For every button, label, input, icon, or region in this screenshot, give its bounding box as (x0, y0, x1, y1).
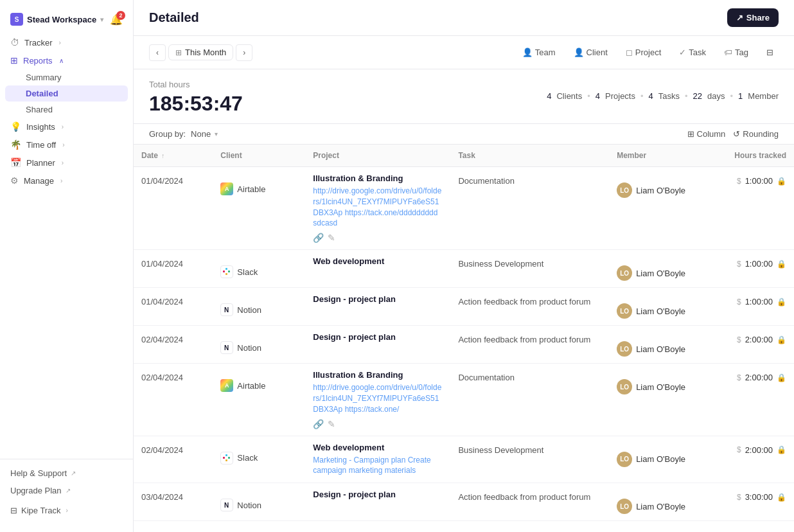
svg-rect-0 (223, 270, 225, 272)
client-name: Airtable (237, 381, 265, 391)
help-support-link[interactable]: Help & Support ↗ (0, 465, 133, 482)
edit-icon[interactable]: ✎ (328, 233, 335, 243)
table-row[interactable]: 02/04/2024 N Notion Design - project pla… (134, 326, 794, 364)
bottom-workspace-name: Kipe Track (21, 506, 60, 515)
lock-icon: 🔒 (777, 177, 786, 186)
svg-rect-10 (228, 457, 230, 459)
task-header-label: Task (458, 151, 475, 160)
notification-bell[interactable]: 🔔 2 (110, 13, 123, 26)
rounding-button[interactable]: ↺ Rounding (733, 129, 779, 139)
notification-badge: 2 (116, 11, 125, 20)
group-by-value: None (191, 129, 211, 139)
date-cell: 02/04/2024 (134, 436, 213, 483)
clients-label: Clients (556, 91, 582, 101)
sidebar-item-reports[interactable]: ⊞ Reports ∧ (0, 51, 133, 69)
rounding-label: Rounding (743, 129, 779, 139)
project-link[interactable]: http://drive.google.com/drive/u/0/folder… (313, 186, 443, 229)
sidebar-item-timeoff[interactable]: 🌴 Time off › (0, 136, 133, 154)
calendar-icon: ⊞ (175, 48, 182, 57)
svg-text:N: N (224, 344, 229, 351)
sidebar-item-insights[interactable]: 💡 Insights › (0, 118, 133, 136)
sidebar-item-tracker[interactable]: ⏱ Tracker › (0, 33, 133, 51)
client-cell: A Airtable (213, 167, 305, 250)
column-button[interactable]: ⊞ Column (687, 129, 726, 139)
lock-icon: 🔒 (777, 493, 786, 502)
chevron-down-icon-4: › (60, 177, 62, 184)
member-header-label: Member (617, 151, 646, 160)
slack-logo (220, 265, 233, 278)
upgrade-plan-link[interactable]: Upgrade Plan ↗ (0, 482, 133, 499)
client-filter[interactable]: 👤 Client (569, 45, 613, 60)
share-button[interactable]: ↗ Share (727, 8, 779, 27)
task-cell: Business Development (450, 436, 609, 483)
member-name: Liam O'Boyle (636, 454, 685, 464)
client-cell: A Airtable (213, 364, 305, 436)
filterbar: ‹ ⊞ This Month › 👤 Team 👤 Client ◻ Proje… (134, 36, 794, 69)
date-header-label: Date (141, 151, 158, 160)
main-content: Detailed ↗ Share ‹ ⊞ This Month › 👤 Team… (134, 0, 794, 532)
date-cell: 02/04/2024 (134, 364, 213, 436)
bottom-workspace-icon: ⊟ (10, 506, 17, 515)
tasks-label: Tasks (658, 91, 680, 101)
client-name: Notion (237, 343, 261, 353)
project-name: Illustration & Branding (313, 173, 443, 183)
sidebar-item-manage[interactable]: ⚙ Manage › (0, 172, 133, 190)
prev-period-button[interactable]: ‹ (149, 44, 166, 61)
airtable-logo: A (220, 379, 233, 392)
member-name: Liam O'Boyle (636, 306, 685, 316)
drive-icon[interactable]: 🔗 (313, 233, 324, 243)
avatar: LO (617, 452, 632, 467)
hours-cell: $ 1:00:00 🔒 (715, 250, 794, 288)
workspace-icon: S (10, 13, 23, 26)
next-period-button[interactable]: › (236, 44, 252, 61)
table-row[interactable]: 01/04/2024 A Airtable Illustration & Bra… (134, 167, 794, 250)
sidebar-item-shared[interactable]: Shared (0, 102, 133, 118)
sidebar-item-planner[interactable]: 📅 Planner › (0, 154, 133, 172)
client-header-label: Client (220, 151, 242, 160)
group-by-control[interactable]: Group by: None ▾ (149, 129, 218, 139)
sidebar-bottom: Help & Support ↗ Upgrade Plan ↗ ⊟ Kipe T… (0, 459, 133, 524)
bottom-workspace[interactable]: ⊟ Kipe Track › (0, 502, 133, 519)
workspace-selector[interactable]: S Stead Workspace ▾ (10, 13, 103, 26)
table-row[interactable]: 01/04/2024 N Notion Design - project pla… (134, 288, 794, 326)
group-by-label: Group by: (149, 129, 186, 139)
member-cell: LO Liam O'Boyle (609, 167, 714, 250)
client-icon: 👤 (574, 48, 584, 57)
svg-rect-3 (225, 273, 227, 275)
table-row[interactable]: 03/04/2024 N Notion Design - project pla… (134, 483, 794, 521)
drive-icon[interactable]: 🔗 (313, 419, 324, 429)
clock-icon: ⏱ (10, 37, 19, 48)
total-hours-value: 185:53:47 (149, 92, 243, 116)
task-filter[interactable]: ✓ Task (674, 45, 711, 60)
hours-value: 2:00:00 (745, 373, 773, 382)
member-name: Liam O'Boyle (636, 269, 685, 278)
more-filters[interactable]: ⊟ (761, 45, 779, 60)
help-label: Help & Support (10, 468, 67, 478)
project-link[interactable]: http://drive.google.com/drive/u/0/folder… (313, 382, 443, 414)
hours-cell: $ 3:00:00 🔒 (715, 483, 794, 521)
table-row[interactable]: 02/04/2024 Slack Web developmentMarketin… (134, 436, 794, 483)
period-selector[interactable]: ⊞ This Month (168, 44, 233, 60)
lock-icon: 🔒 (777, 373, 786, 382)
project-filter[interactable]: ◻ Project (621, 45, 666, 60)
billable-icon: $ (737, 260, 741, 269)
project-attachment-icons: 🔗✎ (313, 233, 443, 243)
sidebar-planner-label: Planner (26, 158, 55, 168)
clients-count: 4 (547, 91, 551, 101)
date-cell: 01/04/2024 (134, 167, 213, 250)
hours-value: 1:00:00 (745, 176, 773, 186)
hours-cell: $ 1:00:00 🔒 (715, 288, 794, 326)
team-icon: 👤 (522, 48, 533, 57)
client-name: Slack (237, 267, 258, 277)
billable-icon: $ (737, 373, 741, 382)
sidebar-item-summary[interactable]: Summary (0, 69, 133, 85)
member-cell: LO Liam O'Boyle (609, 436, 714, 483)
table-row[interactable]: 02/04/2024 A Airtable Illustration & Bra… (134, 364, 794, 436)
edit-icon[interactable]: ✎ (328, 419, 335, 429)
table-row[interactable]: 01/04/2024 Slack Web development Busines… (134, 250, 794, 288)
task-cell: Documentation (450, 364, 609, 436)
tag-filter[interactable]: 🏷 Tag (719, 45, 754, 60)
upgrade-label: Upgrade Plan (10, 486, 62, 495)
sidebar-item-detailed[interactable]: Detailed (5, 85, 128, 102)
team-filter[interactable]: 👤 Team (517, 45, 561, 60)
